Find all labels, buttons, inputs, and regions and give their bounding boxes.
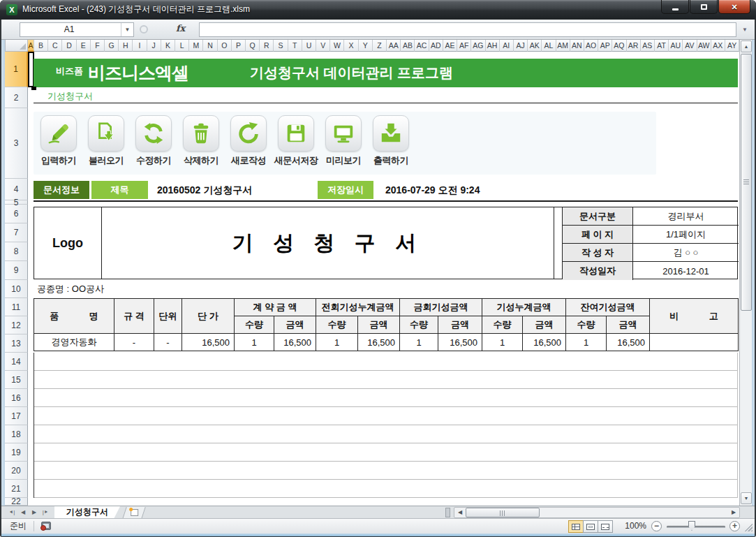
column-header-AW[interactable]: AW <box>697 40 711 52</box>
table-cell[interactable]: 16,500 <box>182 334 235 351</box>
row-header-10[interactable]: 10 <box>5 280 28 298</box>
insert-worksheet-tab[interactable] <box>122 507 146 519</box>
table-cell[interactable]: 16,500 <box>607 334 650 351</box>
scroll-right-icon[interactable]: ▶ <box>729 508 739 517</box>
table-cell[interactable]: - <box>154 334 182 351</box>
column-header-D[interactable]: D <box>62 40 76 52</box>
formula-bar-expand-icon[interactable]: ▼ <box>739 24 750 35</box>
column-header-Z[interactable]: Z <box>373 40 387 52</box>
page-layout-view-button[interactable] <box>583 520 598 533</box>
scroll-down-icon[interactable]: ▼ <box>741 492 752 504</box>
table-cell[interactable] <box>650 334 739 351</box>
column-header-AJ[interactable]: AJ <box>514 40 528 52</box>
row-header-17[interactable]: 17 <box>5 407 28 425</box>
column-header-AS[interactable]: AS <box>641 40 655 52</box>
column-header-AR[interactable]: AR <box>627 40 641 52</box>
name-box-dropdown-icon[interactable]: ▼ <box>121 23 133 36</box>
column-header-AE[interactable]: AE <box>443 40 457 52</box>
column-header-P[interactable]: P <box>232 40 246 52</box>
resize-grip-icon[interactable] <box>744 523 753 531</box>
column-header-AQ[interactable]: AQ <box>612 40 626 52</box>
column-header-H[interactable]: H <box>119 40 133 52</box>
column-header-AU[interactable]: AU <box>669 40 683 52</box>
column-header-AK[interactable]: AK <box>528 40 542 52</box>
minimize-button[interactable] <box>661 0 689 14</box>
normal-view-button[interactable] <box>568 520 584 533</box>
column-header-AT[interactable]: AT <box>655 40 669 52</box>
column-header-AP[interactable]: AP <box>598 40 612 52</box>
row-header-12[interactable]: 12 <box>5 316 28 334</box>
row-header-21[interactable]: 21 <box>5 480 28 498</box>
column-header-AL[interactable]: AL <box>542 40 556 52</box>
vertical-scrollbar[interactable]: ▲ ▼ <box>739 40 752 506</box>
import-button[interactable]: 불러오기 <box>82 115 130 167</box>
column-header-AN[interactable]: AN <box>570 40 584 52</box>
table-cell[interactable]: 1 <box>482 334 523 351</box>
column-header-V[interactable]: V <box>316 40 330 52</box>
zoom-out-button[interactable]: − <box>651 521 662 531</box>
selection-fill-handle[interactable] <box>31 87 36 90</box>
row-header-8[interactable]: 8 <box>5 242 28 261</box>
column-header-W[interactable]: W <box>330 40 344 52</box>
column-header-B[interactable]: B <box>34 40 48 52</box>
nav-link[interactable]: 기성청구서 <box>47 90 93 103</box>
column-header-AY[interactable]: AY <box>725 40 739 52</box>
column-header-J[interactable]: J <box>147 40 161 52</box>
maximize-button[interactable] <box>690 0 718 14</box>
table-cell[interactable]: 1 <box>316 334 358 351</box>
prev-sheet-icon[interactable]: ◀ <box>18 508 28 517</box>
redo-button[interactable]: 새로작성 <box>225 115 272 167</box>
sync-button[interactable]: 수정하기 <box>130 115 177 167</box>
column-header-AG[interactable]: AG <box>471 40 485 52</box>
table-cell[interactable]: 1 <box>566 334 607 351</box>
column-header-T[interactable]: T <box>288 40 302 52</box>
column-header-R[interactable]: R <box>260 40 274 52</box>
print-button[interactable]: 출력하기 <box>367 115 415 167</box>
next-sheet-icon[interactable]: ▶ <box>29 508 39 517</box>
horizontal-scrollbar[interactable]: ◀ ▶ <box>454 507 740 518</box>
column-header-AB[interactable]: AB <box>401 40 415 52</box>
tab-split-handle[interactable] <box>445 508 450 517</box>
table-cell[interactable]: 16,500 <box>523 334 566 351</box>
column-header-AI[interactable]: AI <box>500 40 514 52</box>
column-header-AM[interactable]: AM <box>556 40 570 52</box>
row-header-2[interactable]: 2 <box>5 87 28 108</box>
column-header-M[interactable]: M <box>189 40 203 52</box>
row-header-18[interactable]: 18 <box>5 425 28 443</box>
sheet-tab-active[interactable]: 기성청구서 <box>54 506 120 519</box>
column-header-AH[interactable]: AH <box>486 40 500 52</box>
table-cell[interactable]: - <box>114 334 154 351</box>
column-header-AO[interactable]: AO <box>584 40 598 52</box>
row-header-3[interactable]: 3 <box>5 108 28 179</box>
column-header-G[interactable]: G <box>105 40 119 52</box>
pencil-button[interactable]: 입력하기 <box>35 115 82 167</box>
vertical-scroll-thumb[interactable] <box>741 54 752 311</box>
row-header-1[interactable]: 1 <box>5 52 28 87</box>
column-header-AV[interactable]: AV <box>683 40 697 52</box>
macro-record-icon[interactable] <box>41 522 51 530</box>
last-sheet-icon[interactable]: |⯈ <box>40 508 50 517</box>
column-header-N[interactable]: N <box>203 40 217 52</box>
column-header-Y[interactable]: Y <box>359 40 373 52</box>
zoom-level[interactable]: 100% <box>618 519 646 534</box>
table-cell[interactable]: 16,500 <box>358 334 400 351</box>
column-header-AA[interactable]: AA <box>387 40 401 52</box>
row-header-6[interactable]: 6 <box>5 205 28 223</box>
name-box[interactable]: A1 ▼ <box>20 22 134 37</box>
sheet-canvas[interactable]: 비즈폼 비즈니스엑셀 기성청구서 데이터관리 프로그램 기성청구서 입력하기불러… <box>28 52 739 506</box>
row-header-13[interactable]: 13 <box>5 334 28 353</box>
insert-function-button[interactable]: fx <box>176 23 185 34</box>
row-header-11[interactable]: 11 <box>5 298 28 316</box>
horizontal-scroll-thumb[interactable] <box>466 508 540 517</box>
row-header-20[interactable]: 20 <box>5 462 28 480</box>
column-header-AC[interactable]: AC <box>415 40 429 52</box>
column-header-AF[interactable]: AF <box>457 40 471 52</box>
formula-input[interactable] <box>199 22 736 37</box>
zoom-slider-thumb[interactable] <box>688 521 695 531</box>
column-header-Q[interactable]: Q <box>246 40 260 52</box>
zoom-slider-track[interactable] <box>667 526 725 528</box>
scroll-up-icon[interactable]: ▲ <box>741 41 752 52</box>
row-header-19[interactable]: 19 <box>5 443 28 462</box>
column-header-S[interactable]: S <box>274 40 288 52</box>
table-cell[interactable]: 16,500 <box>438 334 482 351</box>
